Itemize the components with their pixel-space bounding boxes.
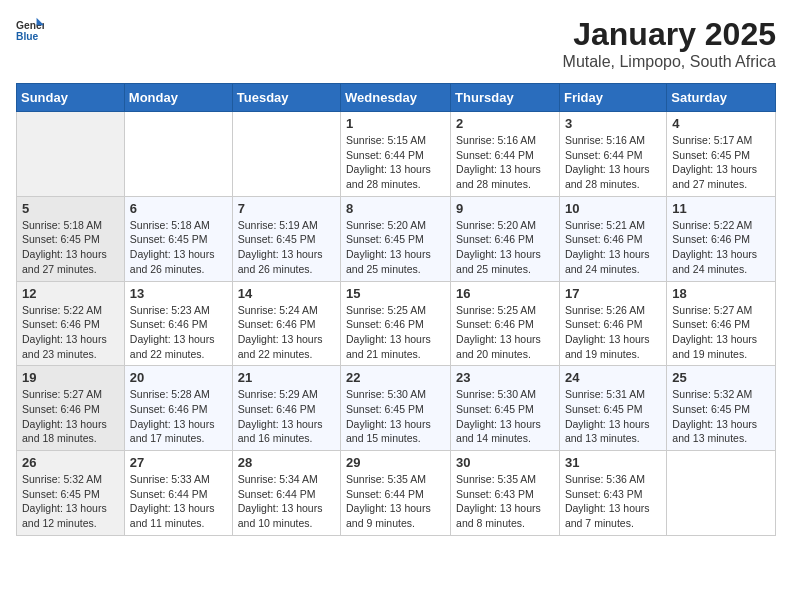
day-content: Sunrise: 5:32 AM Sunset: 6:45 PM Dayligh… bbox=[22, 472, 119, 531]
calendar-cell: 15Sunrise: 5:25 AM Sunset: 6:46 PM Dayli… bbox=[341, 281, 451, 366]
day-number: 13 bbox=[130, 286, 227, 301]
day-content: Sunrise: 5:22 AM Sunset: 6:46 PM Dayligh… bbox=[672, 218, 770, 277]
calendar-cell: 23Sunrise: 5:30 AM Sunset: 6:45 PM Dayli… bbox=[451, 366, 560, 451]
day-number: 20 bbox=[130, 370, 227, 385]
day-number: 4 bbox=[672, 116, 770, 131]
day-number: 2 bbox=[456, 116, 554, 131]
calendar-cell: 22Sunrise: 5:30 AM Sunset: 6:45 PM Dayli… bbox=[341, 366, 451, 451]
day-number: 16 bbox=[456, 286, 554, 301]
day-content: Sunrise: 5:18 AM Sunset: 6:45 PM Dayligh… bbox=[130, 218, 227, 277]
calendar-cell: 25Sunrise: 5:32 AM Sunset: 6:45 PM Dayli… bbox=[667, 366, 776, 451]
day-number: 18 bbox=[672, 286, 770, 301]
day-number: 19 bbox=[22, 370, 119, 385]
calendar-table: SundayMondayTuesdayWednesdayThursdayFrid… bbox=[16, 83, 776, 536]
day-content: Sunrise: 5:25 AM Sunset: 6:46 PM Dayligh… bbox=[456, 303, 554, 362]
day-number: 11 bbox=[672, 201, 770, 216]
day-content: Sunrise: 5:29 AM Sunset: 6:46 PM Dayligh… bbox=[238, 387, 335, 446]
calendar-cell: 28Sunrise: 5:34 AM Sunset: 6:44 PM Dayli… bbox=[232, 451, 340, 536]
week-row-1: 1Sunrise: 5:15 AM Sunset: 6:44 PM Daylig… bbox=[17, 112, 776, 197]
calendar-cell: 3Sunrise: 5:16 AM Sunset: 6:44 PM Daylig… bbox=[559, 112, 666, 197]
day-content: Sunrise: 5:20 AM Sunset: 6:45 PM Dayligh… bbox=[346, 218, 445, 277]
day-content: Sunrise: 5:17 AM Sunset: 6:45 PM Dayligh… bbox=[672, 133, 770, 192]
day-header-saturday: Saturday bbox=[667, 84, 776, 112]
calendar-cell: 19Sunrise: 5:27 AM Sunset: 6:46 PM Dayli… bbox=[17, 366, 125, 451]
calendar-cell: 21Sunrise: 5:29 AM Sunset: 6:46 PM Dayli… bbox=[232, 366, 340, 451]
calendar-cell: 8Sunrise: 5:20 AM Sunset: 6:45 PM Daylig… bbox=[341, 196, 451, 281]
day-number: 9 bbox=[456, 201, 554, 216]
day-number: 6 bbox=[130, 201, 227, 216]
calendar-cell: 11Sunrise: 5:22 AM Sunset: 6:46 PM Dayli… bbox=[667, 196, 776, 281]
day-content: Sunrise: 5:20 AM Sunset: 6:46 PM Dayligh… bbox=[456, 218, 554, 277]
calendar-cell bbox=[17, 112, 125, 197]
day-number: 15 bbox=[346, 286, 445, 301]
day-number: 7 bbox=[238, 201, 335, 216]
day-content: Sunrise: 5:27 AM Sunset: 6:46 PM Dayligh… bbox=[672, 303, 770, 362]
week-row-2: 5Sunrise: 5:18 AM Sunset: 6:45 PM Daylig… bbox=[17, 196, 776, 281]
calendar-cell bbox=[667, 451, 776, 536]
title-block: January 2025 Mutale, Limpopo, South Afri… bbox=[563, 16, 776, 71]
day-number: 23 bbox=[456, 370, 554, 385]
calendar-cell: 4Sunrise: 5:17 AM Sunset: 6:45 PM Daylig… bbox=[667, 112, 776, 197]
day-content: Sunrise: 5:19 AM Sunset: 6:45 PM Dayligh… bbox=[238, 218, 335, 277]
day-content: Sunrise: 5:15 AM Sunset: 6:44 PM Dayligh… bbox=[346, 133, 445, 192]
day-number: 12 bbox=[22, 286, 119, 301]
calendar-cell: 10Sunrise: 5:21 AM Sunset: 6:46 PM Dayli… bbox=[559, 196, 666, 281]
calendar-cell: 14Sunrise: 5:24 AM Sunset: 6:46 PM Dayli… bbox=[232, 281, 340, 366]
day-header-thursday: Thursday bbox=[451, 84, 560, 112]
logo-icon: General Blue bbox=[16, 16, 44, 44]
day-content: Sunrise: 5:30 AM Sunset: 6:45 PM Dayligh… bbox=[346, 387, 445, 446]
week-row-4: 19Sunrise: 5:27 AM Sunset: 6:46 PM Dayli… bbox=[17, 366, 776, 451]
week-row-5: 26Sunrise: 5:32 AM Sunset: 6:45 PM Dayli… bbox=[17, 451, 776, 536]
day-content: Sunrise: 5:27 AM Sunset: 6:46 PM Dayligh… bbox=[22, 387, 119, 446]
day-content: Sunrise: 5:32 AM Sunset: 6:45 PM Dayligh… bbox=[672, 387, 770, 446]
day-content: Sunrise: 5:26 AM Sunset: 6:46 PM Dayligh… bbox=[565, 303, 661, 362]
calendar-cell: 2Sunrise: 5:16 AM Sunset: 6:44 PM Daylig… bbox=[451, 112, 560, 197]
calendar-cell: 12Sunrise: 5:22 AM Sunset: 6:46 PM Dayli… bbox=[17, 281, 125, 366]
day-number: 26 bbox=[22, 455, 119, 470]
day-number: 1 bbox=[346, 116, 445, 131]
calendar-header-row: SundayMondayTuesdayWednesdayThursdayFrid… bbox=[17, 84, 776, 112]
day-number: 5 bbox=[22, 201, 119, 216]
day-header-tuesday: Tuesday bbox=[232, 84, 340, 112]
calendar-cell: 13Sunrise: 5:23 AM Sunset: 6:46 PM Dayli… bbox=[124, 281, 232, 366]
day-header-friday: Friday bbox=[559, 84, 666, 112]
day-content: Sunrise: 5:30 AM Sunset: 6:45 PM Dayligh… bbox=[456, 387, 554, 446]
day-number: 30 bbox=[456, 455, 554, 470]
calendar-cell: 17Sunrise: 5:26 AM Sunset: 6:46 PM Dayli… bbox=[559, 281, 666, 366]
calendar-cell: 18Sunrise: 5:27 AM Sunset: 6:46 PM Dayli… bbox=[667, 281, 776, 366]
day-content: Sunrise: 5:36 AM Sunset: 6:43 PM Dayligh… bbox=[565, 472, 661, 531]
calendar-cell: 31Sunrise: 5:36 AM Sunset: 6:43 PM Dayli… bbox=[559, 451, 666, 536]
day-number: 28 bbox=[238, 455, 335, 470]
calendar-cell: 29Sunrise: 5:35 AM Sunset: 6:44 PM Dayli… bbox=[341, 451, 451, 536]
day-number: 21 bbox=[238, 370, 335, 385]
day-content: Sunrise: 5:35 AM Sunset: 6:43 PM Dayligh… bbox=[456, 472, 554, 531]
day-content: Sunrise: 5:22 AM Sunset: 6:46 PM Dayligh… bbox=[22, 303, 119, 362]
calendar-cell: 9Sunrise: 5:20 AM Sunset: 6:46 PM Daylig… bbox=[451, 196, 560, 281]
day-number: 8 bbox=[346, 201, 445, 216]
calendar-cell: 26Sunrise: 5:32 AM Sunset: 6:45 PM Dayli… bbox=[17, 451, 125, 536]
calendar-cell: 30Sunrise: 5:35 AM Sunset: 6:43 PM Dayli… bbox=[451, 451, 560, 536]
day-content: Sunrise: 5:23 AM Sunset: 6:46 PM Dayligh… bbox=[130, 303, 227, 362]
week-row-3: 12Sunrise: 5:22 AM Sunset: 6:46 PM Dayli… bbox=[17, 281, 776, 366]
day-number: 14 bbox=[238, 286, 335, 301]
page-header: General Blue January 2025 Mutale, Limpop… bbox=[16, 16, 776, 71]
day-number: 3 bbox=[565, 116, 661, 131]
day-content: Sunrise: 5:35 AM Sunset: 6:44 PM Dayligh… bbox=[346, 472, 445, 531]
day-content: Sunrise: 5:31 AM Sunset: 6:45 PM Dayligh… bbox=[565, 387, 661, 446]
day-content: Sunrise: 5:25 AM Sunset: 6:46 PM Dayligh… bbox=[346, 303, 445, 362]
day-number: 27 bbox=[130, 455, 227, 470]
calendar-cell: 27Sunrise: 5:33 AM Sunset: 6:44 PM Dayli… bbox=[124, 451, 232, 536]
day-content: Sunrise: 5:21 AM Sunset: 6:46 PM Dayligh… bbox=[565, 218, 661, 277]
day-number: 25 bbox=[672, 370, 770, 385]
day-content: Sunrise: 5:34 AM Sunset: 6:44 PM Dayligh… bbox=[238, 472, 335, 531]
calendar-cell: 5Sunrise: 5:18 AM Sunset: 6:45 PM Daylig… bbox=[17, 196, 125, 281]
day-number: 10 bbox=[565, 201, 661, 216]
svg-text:Blue: Blue bbox=[16, 31, 39, 42]
page-title: January 2025 bbox=[563, 16, 776, 53]
calendar-cell: 16Sunrise: 5:25 AM Sunset: 6:46 PM Dayli… bbox=[451, 281, 560, 366]
calendar-cell bbox=[124, 112, 232, 197]
calendar-cell: 1Sunrise: 5:15 AM Sunset: 6:44 PM Daylig… bbox=[341, 112, 451, 197]
day-content: Sunrise: 5:16 AM Sunset: 6:44 PM Dayligh… bbox=[565, 133, 661, 192]
calendar-cell bbox=[232, 112, 340, 197]
day-content: Sunrise: 5:18 AM Sunset: 6:45 PM Dayligh… bbox=[22, 218, 119, 277]
